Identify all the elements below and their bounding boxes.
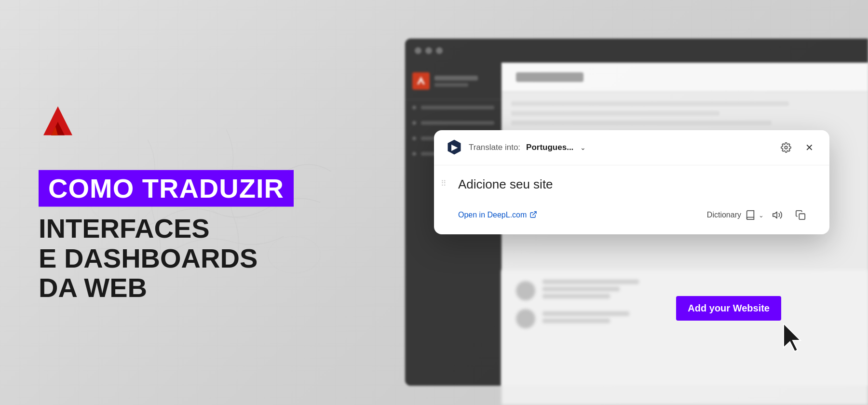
bg-line-3 [542,294,610,298]
logo-icon [39,103,77,141]
sidebar-header [405,63,502,100]
dictionary-book-icon [745,210,756,220]
sidebar-item-1 [405,100,502,115]
open-deepl-label: Open in DeepL.com [458,211,527,219]
open-deepl-button[interactable]: Open in DeepL.com [458,211,537,220]
deepl-logo-icon: ▶ [446,139,463,156]
body-row-3 [511,121,772,125]
bg-bottom-content [502,270,868,405]
svg-line-12 [533,212,536,215]
translate-label: Translate into: [469,143,520,152]
highlight-box: COMO TRADUZIR [39,170,294,207]
left-content: COMO TRADUZIR INTERFACES E DASHBOARDS DA… [39,103,294,303]
heading-line2: E DASHBOARDS [39,243,294,273]
close-icon: ✕ [805,142,814,153]
sidebar-sub-bar [434,83,468,87]
sidebar-dot [412,152,416,156]
sidebar-logo [412,72,430,90]
svg-point-11 [785,146,787,149]
sound-button[interactable] [768,205,787,225]
external-link-icon [529,211,537,220]
lang-chevron-icon: ⌄ [580,144,586,151]
close-button[interactable]: ✕ [800,139,818,156]
dictionary-chevron-icon: ⌄ [759,212,764,219]
sidebar-dot [412,106,416,109]
svg-text:▶: ▶ [451,143,458,151]
translate-lang: Portugues... [526,143,573,152]
popup-header: ▶ Translate into: Portugues... ⌄ ✕ [434,130,829,165]
popup-footer: Open in DeepL.com Dictionary [453,203,810,225]
sidebar-text [434,76,494,87]
bg-line-1 [542,280,639,284]
highlight-text: COMO TRADUZIR [48,173,284,203]
window-dot-3 [436,47,443,54]
drag-handle-icon: ⠿ [441,179,447,188]
heading-line3: DA WEB [39,273,294,303]
cursor-arrow [781,324,805,354]
app-window-header [405,39,868,63]
copy-button[interactable] [791,205,810,225]
sidebar-title-bar [434,76,478,81]
bg-avatar-1 [516,281,535,300]
svg-marker-15 [784,324,800,351]
settings-button[interactable] [777,139,795,156]
bg-line-5 [542,319,610,323]
translated-text: Adicione seu site [453,177,810,192]
popup-body: ⠿ Adicione seu site Open in DeepL.com [434,165,829,234]
sidebar-dot [412,121,416,125]
sidebar-dot [412,136,416,140]
sidebar-bar [421,106,494,109]
svg-marker-13 [773,212,777,218]
window-dot-2 [425,47,432,54]
bg-avatar-2 [516,309,535,328]
bg-line-2 [542,287,620,291]
headline-block: COMO TRADUZIR INTERFACES E DASHBOARDS DA… [39,170,294,303]
sidebar-item-2 [405,115,502,131]
settings-icon [781,142,791,153]
dictionary-button[interactable]: Dictionary ⌄ [707,210,764,220]
language-dropdown[interactable]: ⌄ [580,144,586,151]
body-row-1 [511,101,789,106]
bg-line-4 [542,311,629,316]
main-heading: INTERFACES E DASHBOARDS DA WEB [39,214,294,303]
main-header-title-bar [516,72,583,82]
add-website-label: Add your Website [688,303,770,313]
sound-icon [772,210,783,220]
dictionary-label: Dictionary [707,211,741,219]
body-row-2 [511,111,719,116]
add-website-button[interactable]: Add your Website [676,296,781,321]
copy-icon [795,210,806,220]
svg-rect-14 [799,214,805,219]
heading-line1: INTERFACES [39,214,294,243]
right-side: ▶ Translate into: Portugues... ⌄ ✕ ⠿ Adi… [386,0,868,405]
window-dot-1 [415,47,421,54]
app-main-header [502,63,868,92]
brand-logo [39,103,294,141]
sidebar-bar [421,121,494,125]
translate-popup: ▶ Translate into: Portugues... ⌄ ✕ ⠿ Adi… [434,130,829,234]
